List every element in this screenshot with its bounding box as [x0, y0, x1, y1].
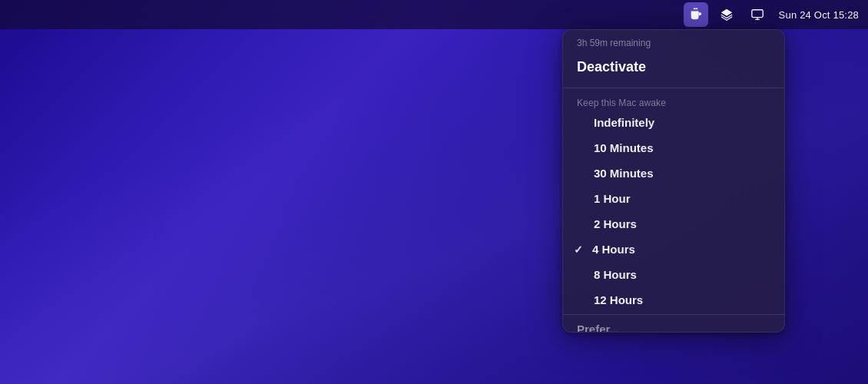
option-4-hours[interactable]: ✓ 4 Hours: [563, 237, 784, 262]
keep-awake-label: Keep this Mac awake: [563, 90, 784, 110]
divider-1: [563, 88, 784, 88]
datetime-display: Sun 24 Oct 15:28: [779, 9, 859, 21]
deactivate-button[interactable]: Deactivate: [563, 51, 784, 86]
option-2-hours[interactable]: 2 Hours: [563, 211, 784, 237]
partial-preferences-item[interactable]: Prefer...: [563, 316, 784, 332]
remaining-time: 3h 59m remaining: [563, 30, 784, 51]
option-12-hours[interactable]: 12 Hours: [563, 287, 784, 313]
option-8-hours[interactable]: 8 Hours: [563, 262, 784, 287]
option-1-hour[interactable]: 1 Hour: [563, 186, 784, 211]
display-menu-icon[interactable]: [745, 2, 770, 27]
checkmark-icon: ✓: [574, 243, 591, 256]
divider-2: [563, 314, 784, 315]
desktop: Sun 24 Oct 15:28 3h 59m remaining Deacti…: [0, 0, 868, 384]
layers-menu-icon[interactable]: [714, 2, 739, 27]
option-30-minutes[interactable]: 30 Minutes: [563, 161, 784, 186]
menubar: Sun 24 Oct 15:28: [0, 0, 868, 29]
svg-rect-0: [751, 10, 762, 18]
option-indefinitely[interactable]: Indefinitely: [563, 110, 784, 135]
coffee-menu-icon[interactable]: [684, 2, 708, 27]
dropdown-menu: 3h 59m remaining Deactivate Keep this Ma…: [562, 29, 785, 333]
option-10-minutes[interactable]: 10 Minutes: [563, 135, 784, 161]
